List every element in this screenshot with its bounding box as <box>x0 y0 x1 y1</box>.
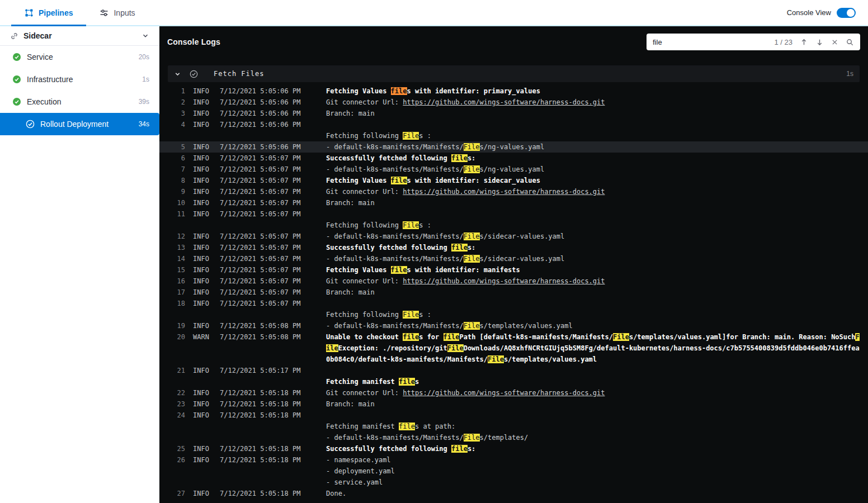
log-line: 2INFO7/12/2021 5:05:06 PMGit connector U… <box>159 97 868 108</box>
log-timestamp: 7/12/2021 5:05:06 PM <box>220 119 324 130</box>
log-line: 25INFO7/12/2021 5:05:18 PMSuccessfully f… <box>159 443 868 454</box>
console-view-label: Console View <box>787 8 831 17</box>
log-timestamp: 7/12/2021 5:05:08 PM <box>220 320 324 331</box>
group-label: Sidecar <box>23 31 52 40</box>
log-search-bar: 1 / 23 <box>647 34 860 50</box>
status-success-icon <box>12 53 21 61</box>
chevron-down-icon[interactable] <box>174 70 181 78</box>
status-success-icon <box>190 70 198 78</box>
log-line: 26INFO7/12/2021 5:05:18 PM- namespace.ya… <box>159 454 868 466</box>
console-view-toggle[interactable] <box>837 8 856 18</box>
log-link[interactable]: https://github.com/wings-software/harnes… <box>403 277 605 285</box>
tab-pipelines[interactable]: Pipelines <box>11 0 86 25</box>
log-level: INFO <box>193 387 214 398</box>
log-message: - deployment.yaml <box>326 466 395 477</box>
chevron-down-icon[interactable] <box>141 32 149 40</box>
line-number <box>168 309 185 320</box>
log-level <box>193 376 214 387</box>
log-timestamp: 7/12/2021 5:05:07 PM <box>220 164 324 175</box>
arrow-down-icon[interactable] <box>815 38 824 46</box>
arrow-up-icon[interactable] <box>800 38 808 46</box>
search-input[interactable] <box>653 38 767 46</box>
log-timestamp: 7/12/2021 5:05:06 PM <box>220 108 324 119</box>
log-line: 12INFO7/12/2021 5:05:07 PM- default-k8s-… <box>159 231 868 242</box>
log-timestamp <box>220 466 324 477</box>
log-level: INFO <box>193 197 214 208</box>
log-level: INFO <box>193 164 214 175</box>
search-icon[interactable] <box>846 38 854 46</box>
log-section-title: Fetch Files <box>214 70 264 78</box>
log-link[interactable]: https://github.com/wings-software/harnes… <box>403 98 605 106</box>
log-timestamp: 7/12/2021 5:05:07 PM <box>220 298 324 309</box>
log-level: INFO <box>193 253 214 264</box>
log-line: 19INFO7/12/2021 5:05:08 PM- default-k8s-… <box>159 320 868 331</box>
log-level: INFO <box>193 298 214 309</box>
line-number: 10 <box>168 197 185 208</box>
log-timestamp: 7/12/2021 5:05:18 PM <box>220 454 324 466</box>
line-number: 16 <box>168 276 185 287</box>
log-line: 7INFO7/12/2021 5:05:07 PM- default-k8s-m… <box>159 164 868 175</box>
line-number: 25 <box>168 443 185 454</box>
tune-icon <box>100 8 108 17</box>
log-message: Fetching manifest files <box>326 376 419 387</box>
log-timestamp <box>220 220 324 231</box>
sidebar-item-label: Execution <box>27 97 61 106</box>
line-number: 19 <box>168 320 185 331</box>
log-timestamp: 7/12/2021 5:05:18 PM <box>220 488 324 499</box>
log-line: 3INFO7/12/2021 5:05:06 PMBranch: main <box>159 108 868 119</box>
log-timestamp: 7/12/2021 5:05:07 PM <box>220 276 324 287</box>
log-message: Fetching following Files : <box>326 309 431 320</box>
log-message: Branch: main <box>326 108 375 119</box>
log-timestamp: 7/12/2021 5:05:07 PM <box>220 197 324 208</box>
line-number <box>168 354 185 365</box>
log-timestamp <box>220 421 324 432</box>
sidebar-item-execution[interactable]: Execution39s <box>0 91 159 113</box>
log-line: 20WARN7/12/2021 5:05:08 PMUnable to chec… <box>159 331 868 343</box>
sidebar-item-service[interactable]: Service20s <box>0 46 159 68</box>
log-line: 4INFO7/12/2021 5:05:06 PM <box>159 119 868 130</box>
log-timestamp: 7/12/2021 5:05:17 PM <box>220 365 324 376</box>
log-message: Fetching Values files with identifier: p… <box>326 86 540 97</box>
line-number <box>168 432 185 443</box>
log-message: Branch: main <box>326 287 375 298</box>
pipeline-group-header[interactable]: Sidecar <box>0 26 159 46</box>
line-number: 7 <box>168 164 185 175</box>
tab-inputs[interactable]: Inputs <box>86 0 148 25</box>
log-line: Fetching following Files : <box>159 130 868 141</box>
log-message: Branch: main <box>326 197 375 208</box>
line-number <box>168 220 185 231</box>
log-level: INFO <box>193 141 214 153</box>
log-timestamp: 7/12/2021 5:05:18 PM <box>220 387 324 398</box>
line-number: 26 <box>168 454 185 466</box>
sidebar-item-infrastructure[interactable]: Infrastructure1s <box>0 68 159 91</box>
log-section-header[interactable]: Fetch Files 1s <box>168 65 860 82</box>
close-icon[interactable] <box>831 39 838 46</box>
log-line: 8INFO7/12/2021 5:05:07 PMFetching Values… <box>159 175 868 186</box>
status-success-icon <box>12 75 21 84</box>
log-line: - service.yaml <box>159 477 868 488</box>
log-level: INFO <box>193 287 214 298</box>
line-number: 24 <box>168 410 185 421</box>
log-message: Git connector Url: https://github.com/wi… <box>326 97 605 108</box>
log-timestamp <box>220 376 324 387</box>
log-timestamp: 7/12/2021 5:05:07 PM <box>220 287 324 298</box>
log-level <box>193 220 214 231</box>
log-line: 16INFO7/12/2021 5:05:07 PMGit connector … <box>159 276 868 287</box>
log-message: Successfully fetched following files: <box>326 443 475 454</box>
tab-bar: Pipelines Inputs <box>11 0 149 25</box>
sidebar-item-duration: 20s <box>139 53 149 61</box>
log-level: INFO <box>193 231 214 242</box>
log-level: INFO <box>193 488 214 499</box>
log-line: 13INFO7/12/2021 5:05:07 PMSuccessfully f… <box>159 242 868 253</box>
log-timestamp <box>220 477 324 488</box>
log-message: - default-k8s-manifests/Manifests/Files/… <box>326 432 528 443</box>
log-link[interactable]: https://github.com/wings-software/harnes… <box>403 188 605 196</box>
log-line: 14INFO7/12/2021 5:05:07 PM- default-k8s-… <box>159 253 868 264</box>
line-number: 5 <box>168 141 185 153</box>
sidebar-item-duration: 34s <box>139 120 149 128</box>
log-link[interactable]: https://github.com/wings-software/harnes… <box>403 389 605 397</box>
sidebar-item-rollout-deployment[interactable]: Rollout Deployment34s <box>0 113 159 135</box>
log-message: Fetching Values files with identifier: m… <box>326 264 520 276</box>
log-line: - default-k8s-manifests/Manifests/Files/… <box>159 432 868 443</box>
tab-pipelines-label: Pipelines <box>39 8 73 17</box>
